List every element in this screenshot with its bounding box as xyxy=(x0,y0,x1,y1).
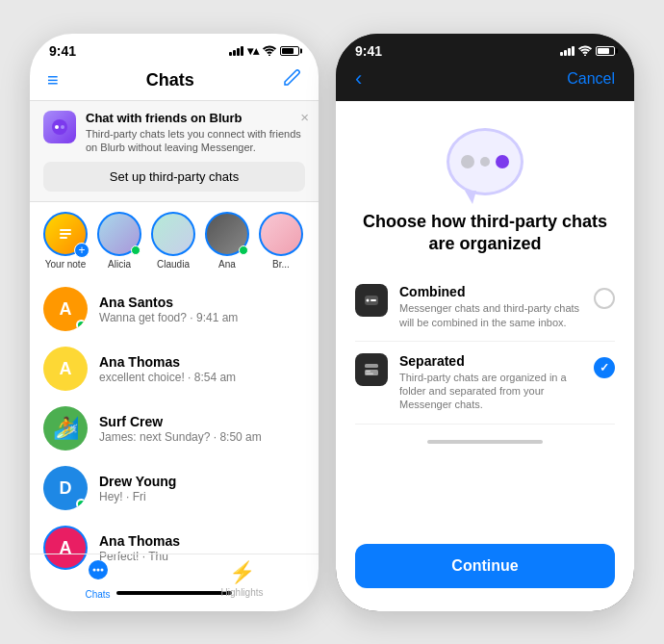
chats-nav-icon xyxy=(87,558,110,587)
chat-info-ana-santos: Ana Santos Wanna get food? · 9:41 am xyxy=(99,295,305,324)
svg-rect-12 xyxy=(370,299,376,301)
svg-point-2 xyxy=(61,125,64,129)
chat-list: A Ana Santos Wanna get food? · 9:41 am A… xyxy=(30,275,319,581)
svg-point-7 xyxy=(92,568,95,571)
separated-desc: Third-party chats are organized in a fol… xyxy=(399,371,582,412)
chat-preview: Hey! · Fri xyxy=(99,490,305,503)
status-bar-right: 9:41 xyxy=(336,34,634,63)
story-ana[interactable]: Ana xyxy=(205,212,249,270)
story-label-br: Br... xyxy=(272,259,290,270)
avatar-surf-crew: 🏄 xyxy=(43,406,88,451)
nav-highlights[interactable]: ⚡ Highlights xyxy=(221,560,264,598)
status-icons-right xyxy=(560,45,615,56)
story-claudia[interactable]: Claudia xyxy=(151,212,195,270)
option-combined[interactable]: Combined Messenger chats and third-party… xyxy=(355,272,615,342)
illustration-area xyxy=(336,101,634,211)
separated-name: Separated xyxy=(399,353,582,369)
combined-radio[interactable] xyxy=(594,288,615,309)
battery-icon-right xyxy=(596,46,615,56)
chat-item-ana-santos[interactable]: A Ana Santos Wanna get food? · 9:41 am xyxy=(30,279,319,339)
wifi-icon-right xyxy=(578,45,592,56)
svg-rect-4 xyxy=(60,233,71,235)
cancel-button[interactable]: Cancel xyxy=(567,70,615,88)
signal-icon-right xyxy=(560,46,575,56)
menu-button[interactable]: ≡ xyxy=(47,69,59,91)
signal-icon xyxy=(229,46,243,56)
battery-icon xyxy=(280,46,299,56)
third-party-banner: Chat with friends on Blurb Third-party c… xyxy=(30,100,319,203)
chat-name: Surf Crew xyxy=(99,414,305,429)
time-right: 9:41 xyxy=(355,43,382,59)
bubble-dot-2 xyxy=(480,157,490,167)
nav-label-chats: Chats xyxy=(85,589,110,600)
option-list: Combined Messenger chats and third-party… xyxy=(336,272,634,424)
story-label-ana: Ana xyxy=(218,259,236,270)
home-indicator-right xyxy=(427,440,543,444)
page-title: Chats xyxy=(146,70,194,90)
chat-item-ana-thomas-1[interactable]: A Ana Thomas excellent choice! · 8:54 am xyxy=(30,339,319,399)
continue-button[interactable]: Continue xyxy=(355,544,615,588)
svg-rect-5 xyxy=(60,237,67,239)
svg-rect-16 xyxy=(366,373,373,374)
setup-button[interactable]: Set up third-party chats xyxy=(43,162,305,192)
status-icons-left: ▾▴ xyxy=(229,44,299,58)
chat-name: Ana Thomas xyxy=(99,354,305,370)
wifi-icon-svg xyxy=(263,45,276,56)
chat-info-drew-young: Drew Young Hey! · Fri xyxy=(99,474,305,503)
back-button[interactable]: ‹ xyxy=(355,66,362,91)
nav-chats[interactable]: Chats xyxy=(85,558,110,600)
online-indicator xyxy=(131,245,140,255)
separated-icon xyxy=(355,353,388,386)
bubble-dot-1 xyxy=(461,155,474,168)
left-phone: 9:41 ▾▴ ≡ Chats xyxy=(30,34,319,611)
chat-name: Ana Thomas xyxy=(99,533,305,549)
combined-name: Combined xyxy=(399,284,582,299)
svg-rect-15 xyxy=(366,371,370,373)
story-your-note[interactable]: + Your note xyxy=(43,212,88,270)
banner-close-button[interactable]: × xyxy=(300,109,309,125)
status-bar-left: 9:41 ▾▴ xyxy=(30,34,319,63)
story-avatar-br xyxy=(259,212,303,256)
svg-rect-3 xyxy=(60,229,71,231)
bubble-dot-3 xyxy=(496,155,509,168)
right-nav-bar: ‹ Cancel xyxy=(336,63,634,101)
edit-button[interactable] xyxy=(282,68,301,92)
story-avatar-claudia xyxy=(151,212,195,256)
chat-info-surf-crew: Surf Crew James: next Sunday? · 8:50 am xyxy=(99,414,305,444)
time-left: 9:41 xyxy=(49,43,76,59)
right-content-area: Choose how third-party chats are organiz… xyxy=(336,101,634,611)
svg-rect-14 xyxy=(365,370,378,375)
svg-point-9 xyxy=(100,568,103,571)
chat-preview: James: next Sunday? · 8:50 am xyxy=(99,430,305,444)
speech-bubble-illustration xyxy=(447,128,524,195)
highlights-nav-icon: ⚡ xyxy=(229,560,255,585)
chats-header: ≡ Chats xyxy=(30,63,319,100)
svg-point-8 xyxy=(96,568,99,571)
combined-icon xyxy=(355,284,388,317)
right-phone: 9:41 ‹ Cancel xyxy=(336,34,634,611)
chat-info-ana-thomas-1: Ana Thomas excellent choice! · 8:54 am xyxy=(99,354,305,384)
avatar-ana-thomas-1: A xyxy=(43,347,88,391)
chat-preview: excellent choice! · 8:54 am xyxy=(99,371,305,384)
avatar-drew-young: D xyxy=(43,466,88,510)
add-story-button[interactable]: + xyxy=(74,243,89,258)
online-indicator xyxy=(239,245,248,255)
story-label-note: Your note xyxy=(45,259,86,270)
chat-item-drew-young[interactable]: D Drew Young Hey! · Fri xyxy=(30,458,319,518)
banner-icon xyxy=(43,111,76,143)
story-alicia[interactable]: Alicia xyxy=(97,212,141,270)
svg-point-0 xyxy=(52,119,67,135)
chat-item-surf-crew[interactable]: 🏄 Surf Crew James: next Sunday? · 8:50 a… xyxy=(30,399,319,458)
combined-desc: Messenger chats and third-party chats wi… xyxy=(399,301,582,329)
nav-label-highlights: Highlights xyxy=(221,587,264,598)
chat-name: Drew Young xyxy=(99,474,305,489)
bubble-tail xyxy=(465,191,476,204)
option-separated[interactable]: Separated Third-party chats are organize… xyxy=(355,342,615,425)
svg-point-11 xyxy=(367,299,370,302)
story-br[interactable]: Br... xyxy=(259,212,303,270)
bottom-nav: Chats ⚡ Highlights xyxy=(30,554,319,611)
svg-point-1 xyxy=(55,125,59,129)
separated-radio[interactable] xyxy=(594,357,615,378)
avatar-ana-santos: A xyxy=(43,287,88,331)
banner-title: Chat with friends on Blurb xyxy=(86,111,305,125)
